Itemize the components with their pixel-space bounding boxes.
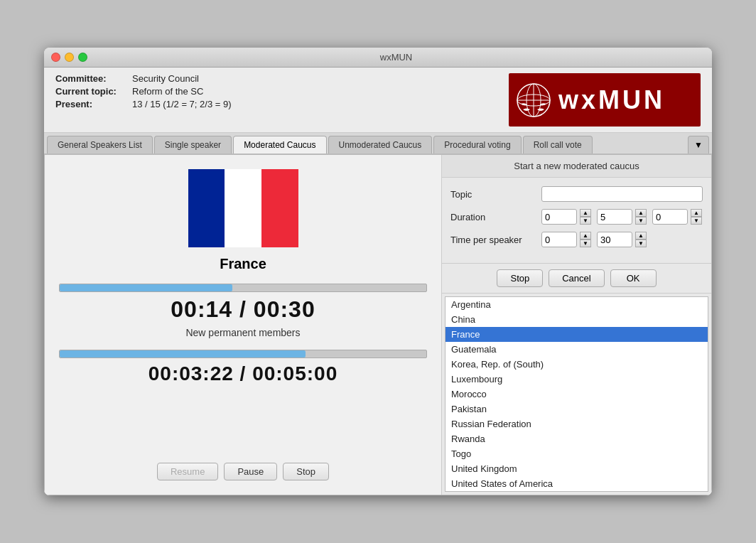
country-list-item[interactable]: China [446, 312, 708, 327]
country-list-item[interactable]: Russian Federation [446, 416, 708, 431]
stop-button[interactable]: Stop [283, 463, 329, 480]
titlebar: wxMUN [44, 48, 712, 68]
app-wrapper: wxMUN Committee: Security Council Curren… [30, 33, 726, 510]
main-content: France 00:14 / 00:30 New permanent membe… [44, 154, 712, 495]
right-panel: Start a new moderated caucus Topic Durat… [441, 155, 711, 495]
duration-seconds-spinners: ▲ ▼ [691, 209, 702, 225]
caucus-topic-label: New permanent members [185, 327, 300, 338]
topic-input[interactable] [541, 186, 703, 202]
right-header: Start a new moderated caucus [442, 155, 711, 178]
flag-display [188, 169, 298, 247]
current-speaker-name: France [220, 256, 266, 272]
form-section: Topic Duration ▲ ▼ [442, 178, 711, 264]
country-list-item[interactable]: United States of America [446, 476, 708, 491]
traffic-lights [51, 53, 87, 62]
flag-france [188, 169, 298, 247]
tps-seconds-group: ▲ ▼ [597, 232, 647, 247]
total-progress-fill [60, 350, 306, 357]
maximize-button[interactable] [78, 53, 87, 62]
tps-minutes-spinners: ▲ ▼ [580, 232, 591, 247]
duration-hours-input[interactable] [541, 209, 577, 225]
tps-seconds-up[interactable]: ▲ [635, 232, 647, 240]
tab-dropdown-button[interactable]: ▼ [688, 136, 709, 154]
speaker-progress-bar [59, 284, 427, 292]
left-panel: France 00:14 / 00:30 New permanent membe… [45, 155, 441, 495]
country-list-item[interactable]: Togo [446, 446, 708, 461]
total-progress-bar [59, 350, 427, 358]
duration-minutes-down[interactable]: ▼ [635, 217, 647, 225]
info-left: Committee: Security Council Current topi… [55, 73, 509, 127]
tab-rollcall[interactable]: Roll call vote [523, 136, 593, 154]
tps-minutes-group: ▲ ▼ [541, 232, 591, 247]
country-list-item[interactable]: France [446, 327, 708, 342]
duration-seconds-down[interactable]: ▼ [691, 217, 702, 225]
info-bar: Committee: Security Council Current topi… [44, 68, 712, 133]
topic-value: Reform of the SC [132, 86, 203, 97]
topic-label: Current topic: [55, 86, 126, 97]
close-button[interactable] [51, 53, 60, 62]
bottom-buttons: Resume Pause Stop [157, 463, 329, 480]
duration-minutes-up[interactable]: ▲ [635, 209, 647, 217]
present-value: 13 / 15 (1/2 = 7; 2/3 = 9) [132, 99, 231, 109]
tps-label: Time per speaker [450, 235, 536, 245]
action-row: Stop Cancel OK [442, 264, 711, 294]
duration-seconds-up[interactable]: ▲ [691, 209, 702, 217]
duration-form-row: Duration ▲ ▼ ▲ ▼ [450, 209, 703, 225]
tabs-bar: General Speakers List Single speaker Mod… [44, 133, 712, 154]
ok-button[interactable]: OK [610, 269, 657, 287]
topic-row: Current topic: Reform of the SC [55, 86, 509, 97]
duration-seconds-group: ▲ ▼ [652, 209, 702, 225]
minimize-button[interactable] [65, 53, 74, 62]
country-list-item[interactable]: Guatemala [446, 342, 708, 357]
duration-minutes-group: ▲ ▼ [597, 209, 647, 225]
tps-minutes-up[interactable]: ▲ [580, 232, 591, 240]
pause-button[interactable]: Pause [224, 463, 277, 480]
tps-seconds-spinners: ▲ ▼ [635, 232, 647, 247]
flag-white-stripe [225, 169, 261, 247]
resume-button[interactable]: Resume [157, 463, 218, 480]
country-list-item[interactable]: Luxembourg [446, 372, 708, 387]
tps-minutes-input[interactable] [541, 232, 577, 247]
country-list-item[interactable]: Morocco [446, 387, 708, 402]
country-list-item[interactable]: Argentina [446, 297, 708, 312]
flag-blue-stripe [188, 169, 225, 247]
un-logo-icon [516, 82, 551, 118]
committee-value: Security Council [132, 73, 199, 84]
tps-seconds-down[interactable]: ▼ [635, 240, 647, 247]
tps-form-row: Time per speaker ▲ ▼ ▲ [450, 232, 703, 247]
duration-minutes-spinners: ▲ ▼ [635, 209, 647, 225]
country-list-item[interactable]: Korea, Rep. of (South) [446, 357, 708, 372]
tab-moderated[interactable]: Moderated Caucus [233, 136, 326, 154]
duration-hours-down[interactable]: ▼ [580, 217, 591, 225]
logo-box: wxMUN [509, 73, 701, 127]
tab-single[interactable]: Single speaker [154, 136, 232, 154]
topic-form-row: Topic [450, 186, 703, 202]
duration-hours-up[interactable]: ▲ [580, 209, 591, 217]
main-window: wxMUN Committee: Security Council Curren… [44, 48, 712, 495]
country-list-item[interactable]: Pakistan [446, 402, 708, 416]
duration-hours-spinners: ▲ ▼ [580, 209, 591, 225]
country-list-item[interactable]: United Kingdom [446, 461, 708, 476]
speaker-progress-fill [60, 284, 232, 291]
tab-procedural[interactable]: Procedural voting [433, 136, 521, 154]
speaker-timer: 00:14 / 00:30 [171, 296, 315, 323]
duration-hours-group: ▲ ▼ [541, 209, 591, 225]
duration-minutes-input[interactable] [597, 209, 632, 225]
logo-text: wxMUN [558, 85, 665, 115]
flag-red-stripe [261, 169, 298, 247]
tab-unmoderated[interactable]: Unmoderated Caucus [328, 136, 433, 154]
committee-row: Committee: Security Council [55, 73, 509, 84]
present-label: Present: [55, 99, 126, 109]
duration-label: Duration [450, 212, 536, 222]
tps-minutes-down[interactable]: ▼ [580, 240, 591, 247]
country-list-item[interactable]: Rwanda [446, 431, 708, 446]
cancel-button[interactable]: Cancel [549, 269, 604, 287]
total-timer: 00:03:22 / 00:05:00 [148, 362, 338, 385]
present-row: Present: 13 / 15 (1/2 = 7; 2/3 = 9) [55, 99, 509, 109]
right-stop-button[interactable]: Stop [497, 269, 543, 287]
duration-seconds-input[interactable] [652, 209, 688, 225]
tab-gsl[interactable]: General Speakers List [47, 136, 153, 154]
tps-seconds-input[interactable] [597, 232, 632, 247]
window-title: wxMUN [87, 52, 705, 63]
country-list: ArgentinaChinaFranceGuatemalaKorea, Rep.… [445, 296, 708, 492]
